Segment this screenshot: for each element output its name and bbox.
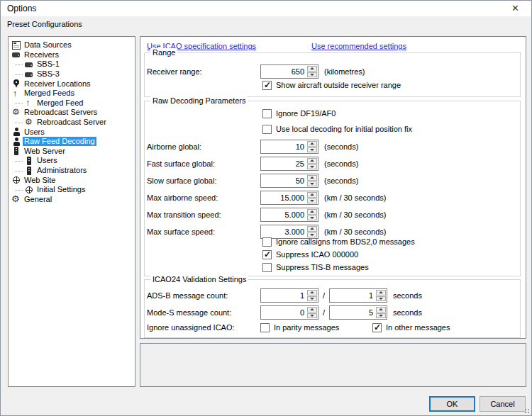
tree-item-receivers[interactable]: Receivers bbox=[9, 50, 135, 60]
spin-up-icon[interactable] bbox=[307, 226, 317, 232]
modes-count-spinner bbox=[260, 305, 318, 320]
parity-messages-label[interactable]: In parity messages bbox=[274, 323, 339, 332]
raw-feed-decoding-panel: Use ICAO specification settings Use reco… bbox=[140, 36, 526, 339]
tree-item-raw-feed-decoding[interactable]: Raw Feed Decoding bbox=[9, 137, 135, 147]
spin-up-icon[interactable] bbox=[307, 209, 317, 215]
max-airborne-input[interactable] bbox=[261, 191, 306, 204]
spin-down-icon[interactable] bbox=[307, 198, 317, 204]
resize-grip-icon[interactable] bbox=[523, 407, 530, 414]
spin-down-icon[interactable] bbox=[307, 232, 317, 238]
max-transition-label: Max transition speed: bbox=[147, 208, 221, 222]
tree-item-label: SBS-3 bbox=[35, 69, 61, 79]
suppress-tisb-checkbox[interactable] bbox=[262, 263, 272, 272]
spin-down-icon[interactable] bbox=[307, 164, 317, 170]
tree-item-initial-settings[interactable]: Initial Settings bbox=[9, 185, 135, 195]
adsb-count-label: ADS-B message count: bbox=[147, 288, 228, 303]
spin-down-icon[interactable] bbox=[307, 72, 317, 78]
spin-down-icon[interactable] bbox=[307, 215, 317, 221]
ok-button[interactable]: OK bbox=[429, 396, 475, 412]
local-decoding-checkbox[interactable] bbox=[262, 125, 272, 134]
max-transition-spinner bbox=[260, 208, 318, 222]
other-messages-checkbox[interactable] bbox=[372, 323, 382, 332]
spin-up-icon[interactable] bbox=[376, 307, 386, 313]
tree-item-web-server[interactable]: Web Server bbox=[9, 147, 135, 157]
spin-up-icon[interactable] bbox=[307, 192, 317, 198]
tree-item-label: Data Sources bbox=[23, 40, 73, 50]
tree-item-general[interactable]: General bbox=[9, 195, 135, 205]
tree-item-administrators[interactable]: Administrators bbox=[9, 166, 135, 176]
max-surface-unit: (km / 30 seconds) bbox=[324, 225, 386, 239]
suppress-tisb-label[interactable]: Suppress TIS-B messages bbox=[276, 263, 369, 272]
adsb-seconds-input[interactable] bbox=[330, 289, 375, 302]
spin-up-icon[interactable] bbox=[376, 290, 386, 296]
modes-count-input[interactable] bbox=[261, 306, 306, 319]
spin-down-icon[interactable] bbox=[376, 313, 386, 319]
tree-item-web-server-users[interactable]: Users bbox=[9, 156, 135, 166]
ignore-callsigns-checkbox[interactable] bbox=[262, 237, 272, 247]
tree-item-users[interactable]: Users bbox=[9, 127, 135, 137]
tree-item-label: Web Site bbox=[23, 176, 57, 185]
range-group-title: Range bbox=[150, 48, 177, 57]
use-recommended-link[interactable]: Use recommended settings bbox=[311, 41, 406, 51]
user-icon bbox=[12, 128, 21, 136]
ignore-df19-checkbox[interactable] bbox=[262, 109, 272, 118]
airborne-global-spinner bbox=[260, 140, 318, 154]
spin-down-icon[interactable] bbox=[307, 296, 317, 302]
server-icon bbox=[25, 157, 33, 165]
tree-item-merged-feed[interactable]: Merged Feed bbox=[9, 99, 135, 108]
spin-up-icon[interactable] bbox=[307, 175, 317, 181]
airborne-global-input[interactable] bbox=[261, 140, 306, 153]
spin-down-icon[interactable] bbox=[376, 296, 386, 302]
local-decoding-label[interactable]: Use local decoding for initial position … bbox=[276, 125, 412, 134]
max-surface-input[interactable] bbox=[261, 225, 306, 238]
receiver-range-input[interactable] bbox=[261, 65, 306, 78]
tree-item-sbs-3[interactable]: SBS-3 bbox=[9, 69, 135, 79]
fast-surface-unit: (seconds) bbox=[324, 157, 358, 171]
options-dialog: Options ✕ Preset Configurations Data Sou… bbox=[0, 0, 532, 416]
tree-item-label: Receiver Locations bbox=[23, 79, 92, 89]
spin-down-icon[interactable] bbox=[307, 147, 317, 153]
spin-up-icon[interactable] bbox=[307, 158, 317, 164]
adsb-seconds-spinner bbox=[329, 288, 387, 303]
tree-item-rebroadcast-servers[interactable]: Rebroadcast Servers bbox=[9, 108, 135, 118]
receiver-icon bbox=[25, 70, 33, 79]
spin-up-icon[interactable] bbox=[307, 307, 317, 313]
tree-item-data-sources[interactable]: Data Sources bbox=[9, 40, 135, 50]
suppress-icao-label[interactable]: Suppress ICAO 000000 bbox=[276, 250, 358, 259]
modes-count-label: Mode-S message count: bbox=[147, 305, 231, 320]
tree-item-label: Administrators bbox=[35, 166, 88, 175]
modes-seconds-input[interactable] bbox=[330, 306, 375, 319]
tree-item-rebroadcast-server[interactable]: Rebroadcast Server bbox=[9, 118, 135, 128]
ignore-df19-label[interactable]: Ignore DF19/AF0 bbox=[276, 109, 336, 118]
rebroadcast-gear-icon bbox=[12, 108, 21, 117]
max-airborne-unit: (km / 30 seconds) bbox=[324, 191, 386, 205]
window-title: Options bbox=[7, 4, 36, 13]
menu-preset-configurations[interactable]: Preset Configurations bbox=[1, 16, 89, 32]
slow-surface-unit: (seconds) bbox=[324, 174, 358, 188]
spin-down-icon[interactable] bbox=[307, 181, 317, 187]
cancel-button[interactable]: Cancel bbox=[480, 396, 526, 412]
airborne-global-label: Airborne global: bbox=[147, 140, 201, 154]
spin-up-icon[interactable] bbox=[307, 290, 317, 296]
spin-up-icon[interactable] bbox=[307, 141, 317, 147]
close-icon[interactable]: ✕ bbox=[499, 1, 531, 16]
slow-surface-input[interactable] bbox=[261, 174, 306, 187]
parity-messages-checkbox[interactable] bbox=[260, 323, 270, 332]
show-outside-checkbox[interactable] bbox=[262, 81, 272, 90]
other-messages-label[interactable]: In other messages bbox=[386, 323, 450, 332]
ignore-callsigns-label[interactable]: Ignore callsigns from BDS2,0 messages bbox=[276, 237, 415, 247]
max-transition-input[interactable] bbox=[261, 208, 306, 221]
suppress-icao-checkbox[interactable] bbox=[262, 250, 272, 259]
merge-arrow-icon bbox=[12, 89, 21, 98]
tree-item-label: Users bbox=[23, 128, 46, 137]
tree-item-receiver-locations[interactable]: Receiver Locations bbox=[9, 79, 135, 89]
tree-item-web-site[interactable]: Web Site bbox=[9, 175, 135, 185]
tree-item-sbs-1[interactable]: SBS-1 bbox=[9, 60, 135, 69]
receiver-icon bbox=[12, 50, 21, 59]
adsb-count-input[interactable] bbox=[261, 289, 306, 302]
modes-unit: seconds bbox=[393, 305, 422, 320]
fast-surface-input[interactable] bbox=[261, 157, 306, 170]
show-outside-label[interactable]: Show aircraft outside receiver range bbox=[276, 81, 401, 90]
spin-up-icon[interactable] bbox=[307, 66, 317, 72]
spin-down-icon[interactable] bbox=[307, 313, 317, 319]
